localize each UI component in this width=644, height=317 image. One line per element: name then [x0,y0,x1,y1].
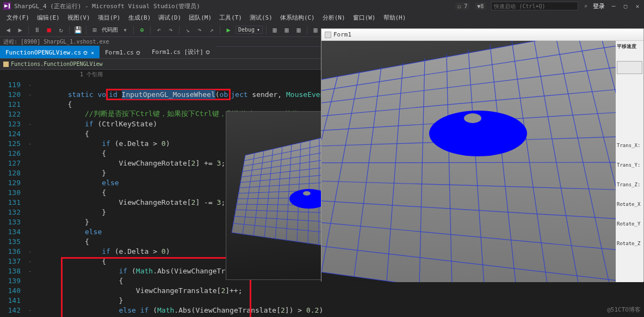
form1-title: Form1 [333,31,351,38]
login-link[interactable]: 登录 [593,2,605,10]
pause-button[interactable]: ⏸ [32,25,42,35]
menu-tools[interactable]: 工具(T) [216,13,245,23]
code-line[interactable]: 142- else if (Math.Abs(ViewChangeTransla… [0,305,644,315]
label-rotate-x: Rotate_X [617,202,642,207]
label-rotate-z: Rotate_Z [617,241,642,246]
continue-button[interactable]: ▶ [224,25,233,35]
undo-button[interactable]: ↶ [154,25,164,35]
code-line[interactable]: 141 } [0,295,644,305]
code-line[interactable]: 140 ViewChangeTranslate[2]++; [0,285,644,295]
search-icon: ⌕ [584,3,587,10]
code-line[interactable]: 143 { [0,315,644,317]
menu-team[interactable]: 团队(M) [185,13,215,23]
close-button[interactable]: ✕ [634,3,641,9]
menu-analyze[interactable]: 分析(N) [319,13,349,23]
quick-launch-input[interactable] [491,2,578,10]
label-trans-z: Trans_Z: [617,182,642,187]
tab-function-openglview[interactable]: FunctionOPENGLView.cs⯐ ✕ [0,46,100,58]
svg-point-63 [464,113,481,123]
menubar: 文件(F) 编辑(E) 视图(V) 项目(P) 生成(B) 调试(D) 团队(M… [0,12,644,23]
tab-form1-cs[interactable]: Form1.cs⯐ [100,46,146,58]
menu-help[interactable]: 帮助(H) [380,13,410,23]
notification-badge[interactable]: ☐ 7 [455,3,469,10]
form1-titlebar[interactable]: Form1 [321,29,643,41]
nav-back-button[interactable]: ◀ [3,25,13,35]
codemap-dropdown[interactable]: ▾ [120,25,130,35]
class-icon [3,62,9,67]
opengl-render-big [321,41,617,282]
form1-sidebar: 平移速度 Trans_X: Trans_Y: Trans_Z: Rotate_X… [616,41,643,282]
vs-logo-icon [3,2,11,10]
menu-edit[interactable]: 编辑(E) [34,13,63,23]
menu-project[interactable]: 项目(P) [95,13,124,23]
step-out-button[interactable]: ↗ [207,25,216,35]
form-icon [325,32,331,38]
redo-button[interactable]: ↷ [166,25,176,35]
side-button[interactable] [617,61,642,74]
menu-file[interactable]: 文件(F) [3,13,33,23]
class-name[interactable]: Functions.FunctionOPENGLView [11,61,103,67]
config-dropdown[interactable]: Debug ▾ [236,26,263,34]
step-over-button[interactable]: ↷ [195,25,205,35]
menu-debug[interactable]: 调试(D) [155,13,184,23]
maximize-button[interactable]: ▢ [622,3,629,9]
process-label: 进程: [8900] SharpGL_1.vshost.exe [3,38,109,46]
menu-view[interactable]: 视图(V) [64,13,94,23]
step-in-button[interactable]: ↘ [183,25,193,35]
tab-form1-design[interactable]: Form1.cs [设计]⯐ [146,45,216,58]
label-trans-y: Trans_Y: [617,162,642,168]
stop-button[interactable]: ■ [44,25,54,35]
misc-btn-4[interactable]: ▦ [311,25,320,35]
flag-badge[interactable]: ▼8 [475,3,486,10]
side-title: 平移速度 [617,43,642,50]
save-button[interactable]: 💾 [73,25,83,35]
form1-window[interactable]: Form1 平移速度 Trans_X: Trans_Y: Trans_Z: Ro… [321,28,644,282]
misc-btn-2[interactable]: ▦ [282,25,292,35]
newitem-button[interactable]: ⊕ [137,25,147,35]
method-name-highlight: id InputOpenGL_MouseWheel(ob [106,89,231,100]
watermark: @51CTO博客 [607,306,641,314]
misc-btn-1[interactable]: ▦ [270,25,280,35]
nav-fwd-button[interactable]: ▶ [15,25,25,35]
minimize-button[interactable]: ─ [610,3,617,9]
svg-point-32 [303,191,311,196]
misc-btn-3[interactable]: ▦ [294,25,304,35]
label-trans-x: Trans_X: [617,143,642,148]
titlebar: SharpGL_4 (正在运行) - Microsoft Visual Stud… [0,0,644,12]
codelens-ref[interactable]: 1 个引用 [80,71,103,78]
menu-window[interactable]: 窗口(W) [350,13,379,23]
menu-test[interactable]: 测试(S) [246,13,276,23]
menu-build[interactable]: 生成(B) [125,13,154,23]
label-rotate-y: Rotate_Y [617,221,642,227]
restart-button[interactable]: ↻ [56,25,66,35]
codemap-icon[interactable]: ⊞ [90,25,100,35]
menu-arch[interactable]: 体系结构(C) [277,13,318,23]
window-title: SharpGL_4 (正在运行) - Microsoft Visual Stud… [14,2,200,10]
codemap-label: 代码图 [102,26,118,34]
